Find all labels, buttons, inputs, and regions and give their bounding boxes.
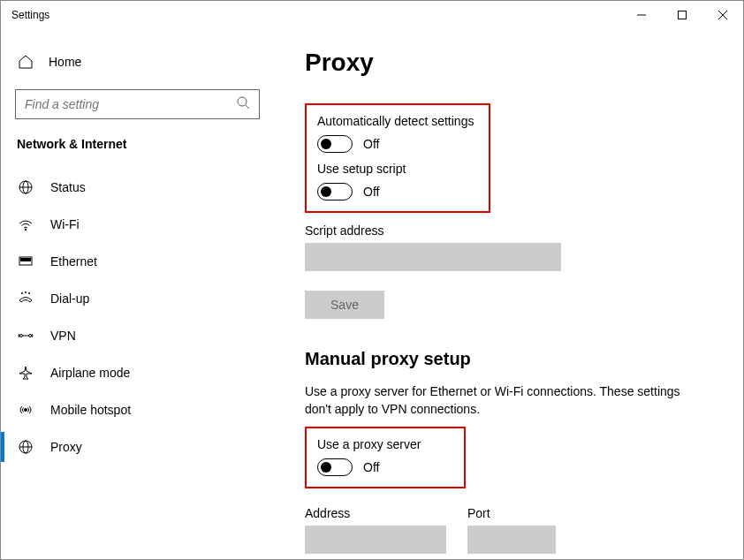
use-proxy-label: Use a proxy server — [317, 437, 453, 451]
setup-script-toggle[interactable] — [317, 183, 353, 201]
save-button[interactable]: Save — [305, 291, 384, 319]
sidebar-item-ethernet[interactable]: Ethernet — [1, 243, 274, 280]
wifi-icon — [17, 216, 34, 232]
svg-line-5 — [246, 105, 249, 109]
hotspot-icon — [17, 402, 34, 418]
window-controls — [621, 1, 743, 29]
highlight-auto-section: Automatically detect settings Off Use se… — [305, 103, 490, 213]
close-icon — [718, 11, 727, 19]
address-label: Address — [305, 506, 446, 520]
svg-rect-12 — [24, 259, 26, 261]
close-button[interactable] — [702, 1, 743, 29]
sidebar-item-vpn[interactable]: VPN — [1, 317, 274, 354]
nav-label: Wi-Fi — [50, 217, 80, 231]
auto-detect-toggle[interactable] — [317, 135, 353, 153]
nav-label: Ethernet — [50, 254, 97, 269]
svg-rect-11 — [21, 259, 23, 261]
svg-point-4 — [238, 97, 247, 106]
sidebar-item-hotspot[interactable]: Mobile hotspot — [1, 391, 274, 428]
highlight-proxy-section: Use a proxy server Off — [305, 427, 466, 488]
sidebar: Home Network & Internet Status Wi-Fi Eth… — [1, 29, 275, 559]
svg-rect-1 — [679, 11, 687, 19]
nav-label: Proxy — [50, 440, 82, 454]
nav-label: Dial-up — [50, 291, 89, 306]
proxy-icon — [17, 439, 34, 455]
script-address-label: Script address — [305, 223, 713, 238]
toggle-knob — [321, 139, 331, 149]
port-label: Port — [467, 506, 556, 520]
status-icon — [17, 179, 34, 195]
sidebar-item-proxy[interactable]: Proxy — [1, 428, 274, 465]
airplane-icon — [17, 365, 34, 381]
svg-point-17 — [28, 292, 29, 293]
search-input[interactable] — [25, 97, 236, 111]
page-title: Proxy — [305, 49, 713, 77]
auto-detect-state: Off — [363, 137, 379, 151]
maximize-button[interactable] — [662, 1, 702, 29]
minimize-button[interactable] — [621, 1, 662, 29]
svg-point-21 — [25, 409, 27, 412]
address-input[interactable] — [305, 526, 446, 554]
sidebar-item-wifi[interactable]: Wi-Fi — [1, 206, 274, 243]
nav-label: Status — [50, 180, 86, 194]
sidebar-item-status[interactable]: Status — [1, 169, 274, 206]
minimize-icon — [637, 11, 646, 19]
nav-label: VPN — [50, 329, 76, 343]
svg-point-9 — [25, 229, 27, 231]
svg-point-15 — [21, 292, 22, 293]
script-address-input[interactable] — [305, 243, 561, 271]
sidebar-item-airplane[interactable]: Airplane mode — [1, 354, 274, 391]
use-proxy-state: Off — [363, 460, 379, 474]
use-proxy-toggle[interactable] — [317, 458, 353, 476]
nav-label: Airplane mode — [50, 366, 130, 380]
main-panel: Proxy Automatically detect settings Off … — [275, 29, 743, 559]
toggle-knob — [321, 462, 331, 473]
maximize-icon — [678, 11, 687, 19]
home-icon — [17, 54, 34, 70]
home-nav[interactable]: Home — [1, 47, 274, 77]
ethernet-icon — [17, 254, 34, 269]
search-box[interactable] — [15, 89, 260, 119]
svg-point-19 — [29, 335, 32, 337]
svg-rect-14 — [29, 259, 31, 261]
sidebar-item-dialup[interactable]: Dial-up — [1, 280, 274, 317]
port-input[interactable] — [467, 526, 556, 554]
home-label: Home — [49, 55, 81, 69]
nav-list: Status Wi-Fi Ethernet Dial-up VPN Airpla… — [1, 169, 274, 465]
nav-label: Mobile hotspot — [50, 403, 131, 417]
setup-script-state: Off — [363, 185, 379, 199]
vpn-icon — [17, 328, 34, 344]
svg-point-18 — [20, 335, 23, 337]
dialup-icon — [17, 291, 34, 306]
window-title: Settings — [11, 9, 621, 21]
auto-detect-label: Automatically detect settings — [317, 114, 478, 128]
svg-point-16 — [25, 291, 26, 292]
setup-script-label: Use setup script — [317, 162, 478, 176]
titlebar: Settings — [1, 1, 743, 29]
search-icon — [236, 95, 250, 113]
category-title: Network & Internet — [1, 119, 274, 158]
manual-description: Use a proxy server for Ethernet or Wi-Fi… — [305, 383, 685, 418]
toggle-knob — [321, 186, 331, 197]
manual-section-title: Manual proxy setup — [305, 349, 713, 369]
svg-rect-13 — [27, 259, 28, 261]
